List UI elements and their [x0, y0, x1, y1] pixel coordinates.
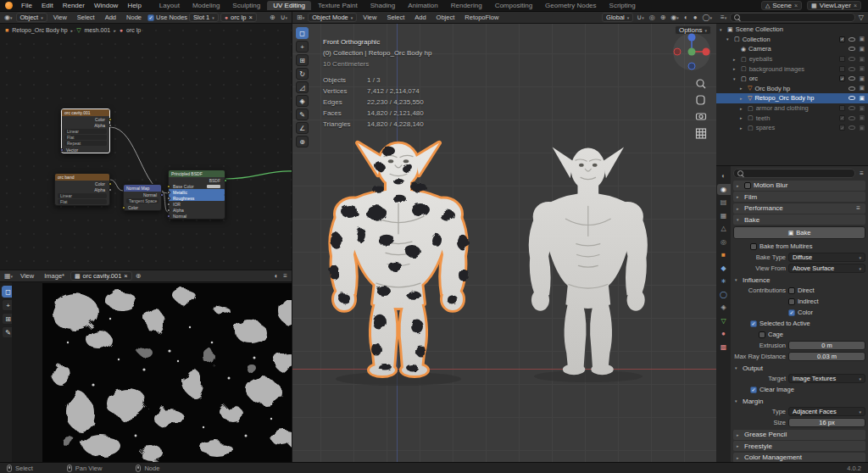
viewport-nav-buttons[interactable] [694, 78, 708, 144]
outliner-row-scene-collection[interactable]: ▾▣ Scene Collection [716, 25, 868, 35]
tab-modifiers[interactable]: ◆ [717, 263, 731, 274]
eye-icon[interactable] [849, 37, 855, 42]
normal-socket[interactable] [160, 193, 164, 197]
input-label[interactable]: Metallic [173, 190, 187, 195]
ne-menu-node[interactable]: Node [122, 14, 146, 21]
viewlayer-selector[interactable]: ▦ ViewLayer × [807, 1, 861, 10]
image-unlink-icon[interactable]: × [124, 272, 127, 280]
eye-icon[interactable] [849, 86, 855, 91]
tab-compositing[interactable]: Compositing [489, 1, 538, 10]
camera-icon[interactable]: ▣ [859, 75, 865, 82]
input-label[interactable]: Roughness [173, 196, 194, 201]
eye-icon[interactable] [849, 76, 855, 81]
scale-tool[interactable]: ◿ [296, 81, 309, 93]
ior-socket[interactable] [167, 203, 170, 206]
uv-canvas[interactable] [12, 282, 292, 462]
tab-modeling[interactable]: Modeling [186, 1, 225, 10]
camera-icon[interactable]: ▣ [859, 46, 865, 53]
properties-filter-icon[interactable]: ≡ [858, 170, 865, 177]
normal-socket[interactable] [167, 214, 170, 218]
max-ray-distance-field[interactable]: 0.03 m [788, 352, 865, 361]
camera-icon[interactable]: ▣ [859, 85, 865, 92]
tab-texture[interactable]: ▩ [717, 342, 731, 353]
menu-help[interactable]: Help [123, 2, 145, 9]
eye-icon[interactable] [849, 125, 855, 130]
tab-material[interactable]: ● [717, 328, 731, 339]
menu-file[interactable]: File [17, 2, 36, 9]
margin-type-dropdown[interactable]: Adjacent Faces▾ [788, 407, 865, 416]
color-socket[interactable] [108, 118, 112, 121]
outliner-row-teeth[interactable]: ▸▢ teeth ✓▣ [716, 113, 868, 123]
add-primitive-tool[interactable]: ⊕ [296, 136, 309, 147]
properties-search-input[interactable] [733, 169, 855, 178]
space-dropdown[interactable]: Tangent Space [126, 198, 159, 203]
orc-retopo-selected[interactable] [329, 143, 469, 376]
menu-render[interactable]: Render [58, 2, 89, 9]
menu-window[interactable]: Window [90, 2, 122, 9]
blender-logo-icon[interactable] [5, 2, 13, 9]
node-image-texture-1[interactable]: orc cavity.001 Color Alpha Linear Flat R… [61, 109, 110, 153]
tab-scene[interactable]: △ [717, 223, 731, 234]
alpha-socket[interactable] [167, 209, 170, 212]
interpolation-dropdown[interactable]: Linear [58, 193, 107, 198]
material-unlink-icon[interactable]: × [248, 14, 252, 21]
tab-shading[interactable]: Shading [364, 1, 401, 10]
clear-image-checkbox[interactable]: ✓ [750, 387, 757, 393]
scene-selector[interactable]: △ Scene × [761, 1, 802, 10]
color-checkbox[interactable]: ✓ [788, 309, 795, 316]
viewport-canvas[interactable]: Front Orthographic (0) Collection | Reto… [292, 24, 716, 462]
orc-highpoly[interactable] [529, 147, 648, 376]
panel-bake[interactable]: ▾Bake [733, 214, 865, 225]
camera-icon[interactable]: ▣ [859, 36, 865, 42]
projection-dropdown[interactable]: Flat [58, 199, 107, 204]
filter-icon[interactable]: ▽ [857, 14, 865, 21]
tab-constraints[interactable]: ◈ [717, 302, 731, 313]
interpolation-dropdown[interactable]: Linear [64, 129, 107, 134]
camera-icon[interactable]: ▣ [859, 65, 865, 72]
material-datablock[interactable]: ● orc lp × [220, 13, 257, 22]
tab-world[interactable]: ◎ [717, 236, 731, 248]
vp-menu-retopoflow[interactable]: RetopoFlow [460, 14, 503, 21]
node-normal-map[interactable]: Normal Map Normal Tangent Space Color [123, 184, 162, 211]
camera-icon[interactable]: ▣ [859, 105, 865, 112]
eye-icon[interactable] [849, 116, 855, 120]
editor-type-icon[interactable]: ≡▾ [719, 14, 728, 21]
ne-menu-select[interactable]: Select [73, 14, 99, 21]
tab-object-data[interactable]: ▽ [717, 315, 731, 326]
alpha-socket[interactable] [108, 124, 112, 127]
margin-size-field[interactable]: 16 px [788, 418, 865, 427]
mode-dropdown[interactable]: Object Mode▾ [308, 13, 357, 22]
exclude-checkbox[interactable] [839, 66, 845, 72]
tab-object[interactable]: ■ [717, 249, 731, 260]
show-gizmo-icon[interactable]: ⊕ [659, 14, 668, 21]
eye-icon[interactable] [849, 57, 855, 61]
indirect-checkbox[interactable] [788, 298, 795, 305]
tab-geometry-nodes[interactable]: Geometry Nodes [539, 1, 602, 10]
eye-icon[interactable] [849, 96, 855, 100]
uv-menu-view[interactable]: View [16, 272, 38, 280]
extrusion-field[interactable]: 0 m [788, 341, 865, 350]
bake-button[interactable]: ▣ Bake [733, 226, 865, 239]
subpanel-influence[interactable]: ▾Influence [733, 275, 865, 285]
tab-particles[interactable]: ∗ [717, 275, 731, 287]
transform-tool[interactable]: ◈ [296, 95, 309, 107]
xray-icon[interactable]: ◐ [682, 14, 690, 21]
viewlayer-unlink-icon[interactable]: × [854, 3, 857, 8]
vp-menu-object[interactable]: Object [432, 14, 459, 21]
snap-magnet-icon[interactable]: ∪▾ [635, 14, 645, 21]
projection-dropdown[interactable]: Flat [64, 135, 107, 140]
bake-type-dropdown[interactable]: Diffuse▾ [788, 253, 865, 262]
overlays-icon[interactable]: ◉▾ [669, 14, 681, 21]
outliner-row-eyeballs[interactable]: ▸▢ eyeballs ▣ [716, 54, 868, 64]
orientation-dropdown[interactable]: Global▾ [602, 13, 633, 22]
ne-pin-icon[interactable]: ⊕ [268, 14, 277, 21]
ne-snap-icon[interactable]: ∪▾ [279, 14, 289, 21]
tab-texture-paint[interactable]: Texture Paint [312, 1, 364, 10]
vp-menu-select[interactable]: Select [382, 14, 409, 21]
panel-motion-blur[interactable]: ▸ Motion Blur [733, 181, 865, 191]
tab-uv-editing[interactable]: UV Editing [267, 1, 311, 10]
tab-physics[interactable]: ◯ [717, 289, 731, 300]
cursor-tool[interactable]: + [296, 41, 309, 53]
base-color-swatch[interactable] [207, 185, 220, 188]
panel-film[interactable]: ▸Film [733, 192, 865, 202]
